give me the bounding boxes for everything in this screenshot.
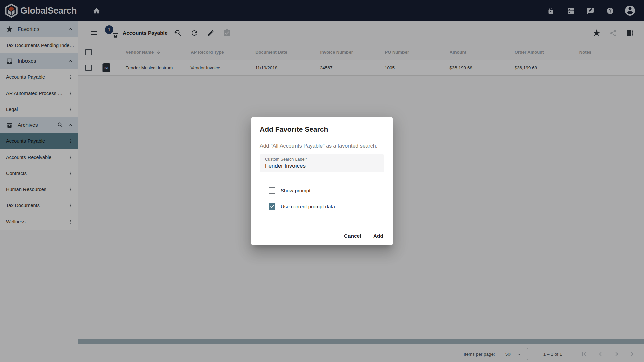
- field-value: Fender Invoices: [265, 163, 380, 169]
- add-favorite-search-dialog: Add Favorite Search Add "All Accounts Pa…: [251, 117, 393, 245]
- show-prompt-label: Show prompt: [281, 188, 310, 193]
- use-prompt-data-row: Use current prompt data: [269, 203, 393, 210]
- show-prompt-row: Show prompt: [269, 187, 393, 194]
- add-button[interactable]: Add: [370, 230, 387, 242]
- field-label: Custom Search Label*: [265, 157, 380, 162]
- app-screen: GlobalSearch: [0, 0, 644, 362]
- dialog-actions: Cancel Add: [341, 230, 387, 242]
- show-prompt-checkbox[interactable]: [269, 187, 275, 194]
- dialog-subtitle: Add "All Accounts Payable" as a favorite…: [260, 142, 384, 150]
- use-prompt-data-label: Use current prompt data: [281, 204, 335, 209]
- use-prompt-data-checkbox[interactable]: [269, 203, 275, 210]
- checkmark-icon: [269, 204, 275, 209]
- custom-search-label-input[interactable]: Custom Search Label* Fender Invoices: [260, 154, 384, 172]
- cancel-button[interactable]: Cancel: [341, 230, 365, 242]
- dialog-title: Add Favorite Search: [260, 125, 384, 134]
